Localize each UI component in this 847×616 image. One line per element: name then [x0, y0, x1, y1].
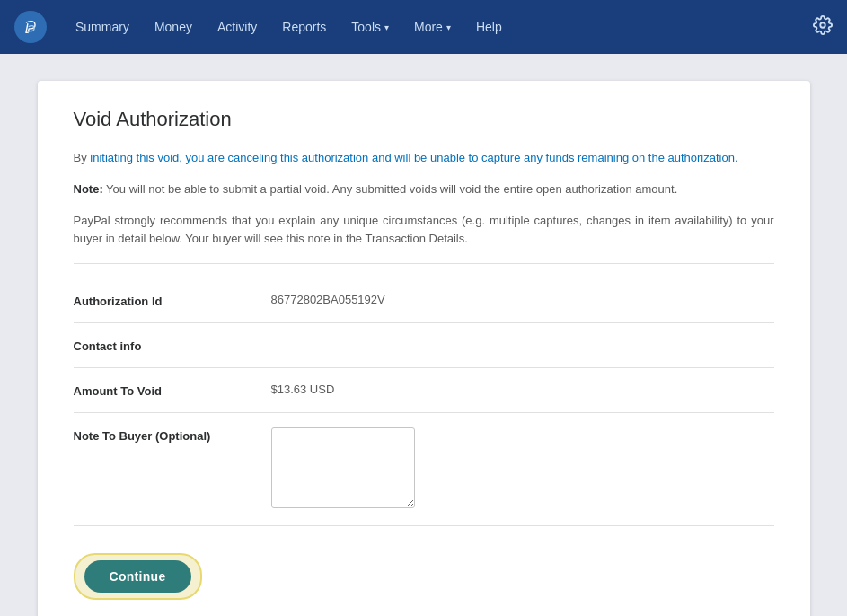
note-to-buyer-textarea[interactable]: [271, 427, 415, 508]
field-note-label: Note To Buyer (Optional): [74, 427, 271, 443]
nav-reports[interactable]: Reports: [271, 13, 337, 41]
field-amount-label: Amount To Void: [74, 383, 271, 398]
info1-prefix: By: [74, 151, 91, 164]
info2-rest: You will not be able to submit a partial…: [106, 182, 677, 196]
divider-top: [74, 263, 774, 264]
page-title: Void Authorization: [74, 108, 774, 131]
nav-more[interactable]: More ▾: [403, 13, 462, 41]
nav-tools[interactable]: Tools ▾: [340, 13, 400, 41]
continue-button[interactable]: Continue: [84, 560, 191, 593]
svg-point-0: [820, 22, 825, 28]
page-content: Void Authorization By initiating this vo…: [0, 54, 847, 616]
button-area: Continue: [74, 553, 774, 600]
more-chevron-icon: ▾: [446, 22, 451, 32]
nav-links: Summary Money Activity Reports Tools ▾ M…: [65, 13, 813, 41]
navbar: Summary Money Activity Reports Tools ▾ M…: [0, 0, 847, 54]
continue-button-highlight: Continue: [74, 553, 202, 600]
field-authorization-id-label: Authorization Id: [74, 293, 271, 308]
field-amount-value: $13.63 USD: [271, 383, 774, 396]
nav-money[interactable]: Money: [144, 13, 203, 41]
settings-icon[interactable]: [813, 15, 833, 40]
info2-bold: Note:: [74, 182, 103, 196]
nav-help[interactable]: Help: [465, 13, 513, 41]
field-note-textarea-wrapper: [271, 427, 774, 511]
field-contact-info-label: Contact info: [74, 338, 271, 353]
field-note-to-buyer: Note To Buyer (Optional): [74, 413, 774, 526]
field-authorization-id-value: 86772802BA055192V: [271, 293, 774, 306]
field-authorization-id: Authorization Id 86772802BA055192V: [74, 278, 774, 323]
nav-summary[interactable]: Summary: [65, 13, 140, 41]
info1-link-text: initiating this void, you are canceling …: [90, 151, 737, 164]
info-paragraph-1: By initiating this void, you are canceli…: [74, 149, 774, 168]
paypal-logo[interactable]: [14, 11, 47, 43]
field-contact-info: Contact info: [74, 323, 774, 368]
info-paragraph-2: Note: You will not be able to submit a p…: [74, 180, 774, 199]
void-authorization-card: Void Authorization By initiating this vo…: [38, 81, 810, 616]
info-paragraph-3: PayPal strongly recommends that you expl…: [74, 212, 774, 250]
nav-activity[interactable]: Activity: [207, 13, 268, 41]
tools-chevron-icon: ▾: [384, 22, 389, 32]
field-amount-to-void: Amount To Void $13.63 USD: [74, 368, 774, 413]
